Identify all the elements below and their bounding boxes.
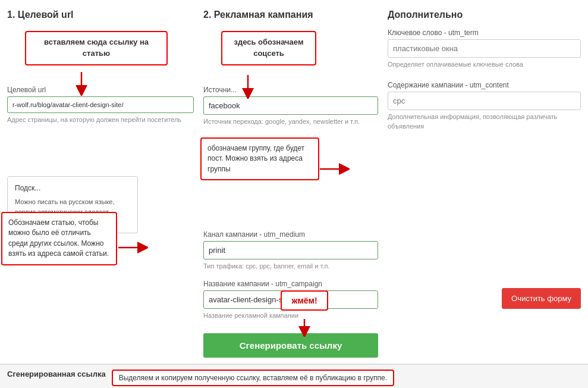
term-group: Ключевое слово - utm_term Определяет опл… bbox=[388, 29, 581, 69]
hint-label: Подск... bbox=[15, 183, 130, 193]
col2: 2. Рекламная кампания здесь обозначаем с… bbox=[203, 10, 388, 358]
campaign-label: Название кампании - utm_campaign bbox=[203, 280, 378, 288]
bottom-right: Выделяем и копируем полученную ссылку, в… bbox=[112, 370, 581, 388]
generated-label: Сгенерированная ссылка bbox=[7, 370, 106, 378]
col1-url-group: Целевой url Адрес страницы, на которую д… bbox=[7, 86, 194, 124]
bottom-section: Сгенерированная ссылка Выделяем и копиру… bbox=[0, 364, 588, 388]
clear-button[interactable]: Очистить форму bbox=[502, 288, 581, 309]
col3: Дополнительно Ключевое слово - utm_term … bbox=[388, 10, 581, 358]
source-input[interactable] bbox=[203, 96, 378, 115]
arrow4 bbox=[118, 242, 148, 255]
tooltip-socnet: здесь обозначаем соцсеть bbox=[221, 31, 316, 65]
generate-button[interactable]: Сгенерировать ссылку bbox=[203, 333, 378, 358]
url-label: Целевой url bbox=[7, 86, 194, 94]
bottom-tooltip: Выделяем и копируем полученную ссылку, в… bbox=[112, 370, 394, 386]
col1: 1. Целевой url вставляем сюда ссылку на … bbox=[7, 10, 203, 358]
medium-desc: Тип трафика: cpc, ppc, banner, email и т… bbox=[203, 262, 378, 271]
medium-input[interactable] bbox=[203, 241, 378, 259]
top-section: 1. Целевой url вставляем сюда ссылку на … bbox=[0, 0, 588, 364]
tooltip-article: Обозначаем статью, чтобы можно было её о… bbox=[1, 212, 117, 265]
source-label: Источни... bbox=[203, 86, 378, 94]
col1-title: 1. Целевой url bbox=[7, 10, 194, 20]
col2-title: 2. Рекламная кампания bbox=[203, 10, 378, 20]
url-desc: Адрес страницы, на которую должен перейт… bbox=[7, 115, 194, 124]
tooltip-press: жмём! bbox=[281, 290, 328, 311]
content-label: Содержание кампании - utm_content bbox=[388, 81, 581, 89]
medium-group: Канал кампании - utm_medium Тип трафика:… bbox=[203, 230, 378, 271]
term-input[interactable] bbox=[388, 39, 581, 58]
content-group: Содержание кампании - utm_content Дополн… bbox=[388, 81, 581, 131]
col3-title: Дополнительно bbox=[388, 10, 581, 20]
content-input[interactable] bbox=[388, 92, 581, 110]
source-group: Источни... Источник перехода: google, ya… bbox=[203, 86, 378, 126]
source-desc: Источник перехода: google, yandex, newsl… bbox=[203, 117, 378, 126]
campaign-desc: Название рекламной кампании bbox=[203, 311, 378, 320]
col2-inner: 2. Рекламная кампания здесь обозначаем с… bbox=[203, 10, 378, 358]
bottom-inner: Сгенерированная ссылка Выделяем и копиру… bbox=[7, 370, 581, 388]
term-desc: Определяет оплачиваемые ключевые слова bbox=[388, 60, 581, 69]
tooltip-group: обозначаем группу, где будет пост. Можно… bbox=[200, 137, 319, 180]
bottom-row: Сгенерированная ссылка Выделяем и копиру… bbox=[7, 370, 581, 388]
col1-inner: 1. Целевой url вставляем сюда ссылку на … bbox=[7, 10, 194, 124]
col3-inner: Дополнительно Ключевое слово - utm_term … bbox=[388, 10, 581, 131]
term-label: Ключевое слово - utm_term bbox=[388, 29, 581, 37]
main-container: 1. Целевой url вставляем сюда ссылку на … bbox=[0, 0, 588, 388]
generate-btn-wrap: Сгенерировать ссылку bbox=[203, 328, 378, 358]
arrow3 bbox=[320, 163, 350, 177]
tooltip-insert-link: вставляем сюда ссылку на статью bbox=[25, 31, 168, 65]
generated-label-wrap: Сгенерированная ссылка bbox=[7, 370, 106, 381]
content-desc: Дополнительная информация, позволяющая р… bbox=[388, 112, 581, 131]
medium-label: Канал кампании - utm_medium bbox=[203, 230, 378, 239]
url-input[interactable] bbox=[7, 96, 194, 113]
